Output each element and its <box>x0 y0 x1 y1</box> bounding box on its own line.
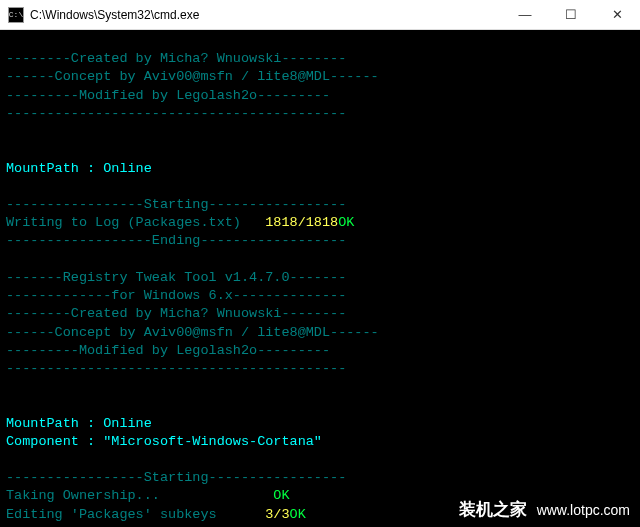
task-ownership: Taking Ownership... <box>6 488 160 503</box>
task-edit-subkeys: Editing 'Packages' subkeys <box>6 507 217 522</box>
component-value: "Microsoft-Windows-Cortana" <box>103 434 322 449</box>
progress-count: 3/3 <box>265 507 289 522</box>
maximize-button[interactable]: ☐ <box>548 0 594 29</box>
tool-windows-line: -------------for Windows 6.x------------… <box>6 288 346 303</box>
section-ending: ------------------Ending----------------… <box>6 233 346 248</box>
window-controls: — ☐ ✕ <box>502 0 640 29</box>
mountpath-label: MountPath : <box>6 416 103 431</box>
status-ok: OK <box>273 488 289 503</box>
tool-title-line: -------Registry Tweak Tool v1.4.7.0-----… <box>6 270 346 285</box>
watermark: 装机之家 www.lotpc.com <box>459 498 630 521</box>
component-label: Component : <box>6 434 103 449</box>
divider-line: ----------------------------------------… <box>6 361 346 376</box>
section-starting: -----------------Starting---------------… <box>6 197 346 212</box>
window-title: C:\Windows\System32\cmd.exe <box>30 8 502 22</box>
divider-line: ----------------------------------------… <box>6 106 346 121</box>
mountpath-label: MountPath : <box>6 161 103 176</box>
credit-line: ---------Modified by Legolash2o--------- <box>6 88 330 103</box>
status-ok: OK <box>290 507 306 522</box>
log-progress: 1818/1818 <box>265 215 338 230</box>
window-titlebar: C:\ C:\Windows\System32\cmd.exe — ☐ ✕ <box>0 0 640 30</box>
watermark-brand: 装机之家 <box>459 498 527 521</box>
mountpath-value: Online <box>103 161 152 176</box>
status-ok: OK <box>338 215 354 230</box>
credit-line: ---------Modified by Legolash2o--------- <box>6 343 330 358</box>
mountpath-value: Online <box>103 416 152 431</box>
close-button[interactable]: ✕ <box>594 0 640 29</box>
section-starting: -----------------Starting---------------… <box>6 470 346 485</box>
minimize-button[interactable]: — <box>502 0 548 29</box>
log-writing-label: Writing to Log (Packages.txt) <box>6 215 265 230</box>
watermark-url: www.lotpc.com <box>537 502 630 518</box>
credit-line: --------Created by Micha? Wnuowski------… <box>6 51 346 66</box>
credit-line: --------Created by Micha? Wnuowski------… <box>6 306 346 321</box>
credit-line: ------Concept by Aviv00@msfn / lite8@MDL… <box>6 325 379 340</box>
console-output: --------Created by Micha? Wnuowski------… <box>0 30 640 527</box>
cmd-icon: C:\ <box>8 7 24 23</box>
credit-line: ------Concept by Aviv00@msfn / lite8@MDL… <box>6 69 379 84</box>
